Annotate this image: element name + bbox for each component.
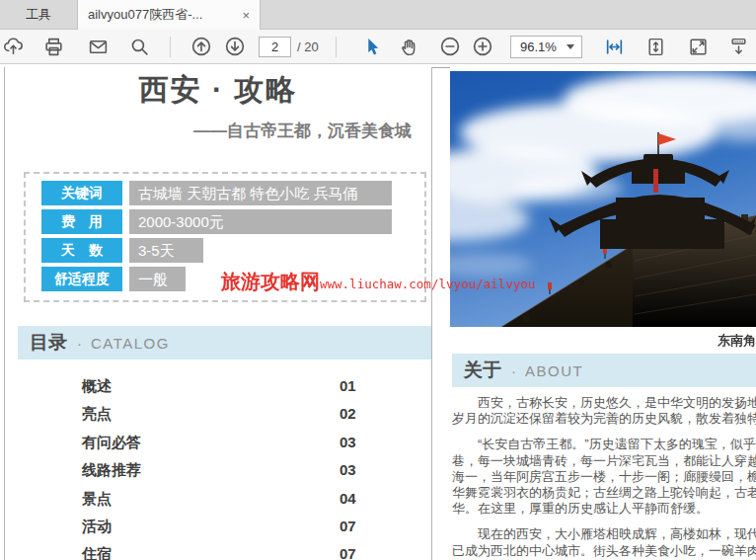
collapse-toolbar-icon [728,37,749,57]
watermark-zh: 旅游攻略网 [221,269,320,295]
chevron-down-icon [567,44,574,49]
toc-item: 景点 04 [5,485,431,513]
toolbar: / 20 96.1% [0,30,756,64]
info-row: 天 数 3-5天 [41,238,424,263]
toc-item-label: 概述 [82,372,112,400]
guide-subtitle: ——自古帝王都，沉香美食城 [193,120,412,142]
toolbar-separator [170,37,171,57]
toc-item: 有问必答 03 [5,429,431,456]
info-value: 一般 [129,267,186,291]
about-title-en: ABOUT [525,362,583,379]
previous-page-button[interactable] [189,35,213,58]
email-button[interactable] [86,35,110,58]
close-tab-icon[interactable]: × [242,8,250,23]
expand-icon [688,37,709,57]
toc-item: 亮点 02 [5,400,431,428]
tab-document[interactable]: ailvyou077陕西省-... × [77,0,261,30]
toc-item: 线路推荐 03 [5,456,431,484]
tab-tools[interactable]: 工具 [0,0,77,30]
zoom-in-button[interactable] [471,35,494,58]
fit-page-icon [645,37,666,57]
about-dot: · [511,362,516,379]
info-value: 古城墙 天朝古都 特色小吃 兵马俑 [129,181,392,205]
guide-title: 西安 · 攻略 [5,70,431,111]
info-row: 费 用 2000-3000元 [41,209,424,234]
tab-bar: 工具 ailvyou077陕西省-... × [0,0,756,30]
plus-circle-icon [472,36,493,57]
page-count-label: / 20 [297,30,319,64]
fit-width-icon [604,37,625,57]
hand-icon [399,37,419,57]
catalog-title-en: CATALOG [91,335,170,352]
page-left: 西安 · 攻略 ——自古帝王都，沉香美食城 关键词 古城墙 天朝古都 特色小吃 … [4,67,432,560]
toc-item-page: 07 [340,540,356,560]
toc-item-label: 有问必答 [82,429,141,456]
zoom-level-value: 96.1% [511,40,567,54]
toc-item-label: 活动 [82,513,112,540]
printer-icon [43,37,64,57]
table-of-contents: 概述 01 亮点 02 有问必答 03 线路推荐 [5,372,431,560]
zoom-out-button[interactable] [438,35,462,58]
arrow-up-circle-icon [190,36,212,57]
body-text-line: 华。在这里，厚重的历史感让人平静而舒缓。 [452,501,756,517]
toc-item-page: 03 [340,429,356,456]
page-number-input[interactable] [259,37,291,57]
toc-item: 概述 01 [5,372,431,400]
toc-item-page: 02 [340,400,356,428]
body-text-line: 已成为西北的中心城市。街头各种美食小吃，一碗羊肉泡馍 [452,543,756,559]
envelope-icon [88,37,109,57]
toc-item-label: 亮点 [82,400,112,428]
photo-caption: 东南角楼 [718,332,756,350]
about-title-zh: 关于 [464,358,501,383]
catalog-section-header: 目录 · CATALOG [18,326,432,360]
zoom-level-select[interactable]: 96.1% [510,36,582,58]
toc-item-page: 01 [340,372,356,400]
info-label: 关键词 [41,181,122,205]
next-page-button[interactable] [223,35,247,58]
share-cloud-icon [3,37,24,57]
body-text-line: 华舞霓裳羽衣的杨贵妃；古丝绸之路上驼铃响起，古老的国 [452,485,756,501]
info-label: 舒适程度 [41,267,122,291]
body-text-line: 西安，古称长安，历史悠久，是中华文明的发扬地，历 [452,395,756,411]
toolbar-separator [336,37,337,57]
catalog-dot: · [77,335,82,352]
info-row: 关键词 古城墙 天朝古都 特色小吃 兵马俑 [41,181,424,205]
search-icon [129,37,150,57]
info-label: 天 数 [41,238,122,263]
toc-item-label: 景点 [82,485,112,513]
watermark-url: www.liuchaw.com/lvyou/ailvyou [320,277,535,291]
minus-circle-icon [439,36,461,57]
share-button[interactable] [1,35,25,58]
toc-item-label: 线路推荐 [82,456,141,484]
about-section-header: 关于 · ABOUT [452,354,756,387]
toc-item-label: 住宿 [82,540,112,560]
fit-width-button[interactable] [602,35,626,58]
toc-item: 活动 07 [5,513,431,540]
body-text-line: 巷，每一块城墙青砖，每一片深宅瓦当，都能让人穿越时空 [452,453,756,469]
body-text-line: 海一，当年阿房宫五步一楼，十步一阁；廊腰缦回，檐牙高 [452,469,756,485]
fit-page-button[interactable] [643,35,667,58]
body-text-line: 现在的西安，大小雁塔相映成辉，高楼如林，现代化高 [452,526,756,542]
hand-tool-button[interactable] [397,35,420,58]
search-button[interactable] [127,35,151,58]
body-text-line: 岁月的沉淀还保留着较为完善的历史风貌，散发着独特的古 [452,411,756,427]
info-value: 2000-3000元 [129,209,392,234]
arrow-down-circle-icon [224,36,246,57]
document-tab-title: ailvyou077陕西省-... [88,6,236,24]
fullscreen-button[interactable] [686,35,710,58]
pdf-viewer-window: 工具 ailvyou077陕西省-... × / 20 [0,0,756,560]
toc-item: 住宿 07 [5,540,431,560]
info-value: 3-5天 [129,238,203,263]
select-tool-button[interactable] [360,35,384,58]
toc-item-page: 03 [340,456,356,484]
body-text-line: “长安自古帝王都。”历史遗留下太多的瑰宝，似乎每 [452,437,756,452]
info-label: 费 用 [41,209,122,234]
print-button[interactable] [41,35,65,58]
catalog-title-zh: 目录 [30,330,67,356]
document-canvas[interactable]: 西安 · 攻略 ——自古帝王都，沉香美食城 关键词 古城墙 天朝古都 特色小吃 … [0,64,756,560]
about-body-text: 西安，古称长安，历史悠久，是中华文明的发扬地，历 岁月的沉淀还保留着较为完善的历… [452,395,756,559]
site-watermark: 旅游攻略网 www.liuchaw.com/lvyou/ailvyou [221,269,535,295]
toc-item-page: 04 [340,485,356,513]
page-right: 东南角楼 关于 · ABOUT 西安，古称长安，历史悠久，是中华文明的发扬地，历… [450,67,756,560]
hide-toolbar-button[interactable] [726,35,750,58]
